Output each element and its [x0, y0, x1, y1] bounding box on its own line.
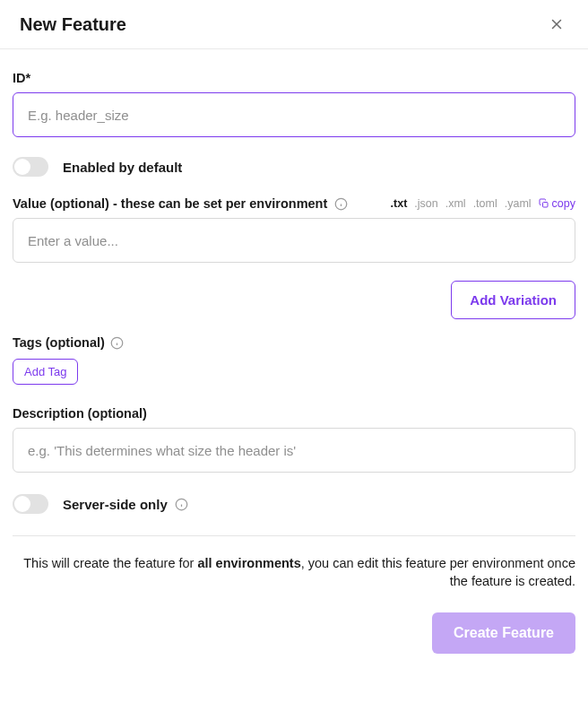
info-icon[interactable]	[110, 336, 124, 350]
footer-note-suffix: , you can edit this feature per environm…	[301, 556, 575, 588]
close-button[interactable]	[545, 13, 568, 36]
add-variation-row: Add Variation	[13, 281, 575, 319]
description-section: Description (optional)	[13, 406, 575, 473]
footer-note-bold: all environments	[197, 556, 300, 570]
format-list: .txt .json .xml .toml .yaml copy	[391, 197, 575, 210]
format-xml[interactable]: .xml	[445, 197, 466, 210]
enabled-toggle-row: Enabled by default	[13, 157, 575, 177]
tags-section: Tags (optional) Add Tag	[13, 335, 575, 385]
format-txt[interactable]: .txt	[391, 197, 408, 210]
id-label: ID*	[13, 71, 575, 85]
id-input[interactable]	[13, 92, 575, 137]
info-icon[interactable]	[334, 197, 348, 211]
format-yaml[interactable]: .yaml	[505, 197, 532, 210]
value-label: Value (optional) - these can be set per …	[13, 196, 348, 211]
enabled-toggle[interactable]	[13, 157, 48, 177]
add-variation-button[interactable]: Add Variation	[451, 281, 575, 319]
value-label-text: Value (optional) - these can be set per …	[13, 196, 327, 211]
server-only-label-text: Server-side only	[63, 497, 168, 512]
modal-title: New Feature	[20, 14, 126, 35]
actions: Create Feature	[13, 612, 575, 654]
create-feature-button[interactable]: Create Feature	[432, 612, 575, 654]
format-json[interactable]: .json	[414, 197, 437, 210]
add-tag-button[interactable]: Add Tag	[13, 359, 78, 385]
description-label: Description (optional)	[13, 406, 575, 421]
copy-label: copy	[552, 197, 575, 210]
footer-note: This will create the feature for all env…	[13, 554, 575, 591]
info-icon[interactable]	[175, 498, 188, 511]
tags-label: Tags (optional)	[13, 335, 575, 350]
divider	[13, 535, 575, 536]
server-only-toggle-row: Server-side only	[13, 494, 575, 514]
close-icon	[549, 16, 565, 32]
server-only-label: Server-side only	[63, 497, 188, 512]
svg-rect-5	[542, 203, 548, 208]
modal-body: ID* Enabled by default Value (optional) …	[0, 49, 588, 672]
copy-button[interactable]: copy	[539, 197, 575, 210]
id-section: ID*	[13, 71, 575, 137]
format-toml[interactable]: .toml	[473, 197, 497, 210]
server-only-toggle[interactable]	[13, 494, 48, 514]
footer-note-prefix: This will create the feature for	[23, 556, 197, 570]
tags-label-text: Tags (optional)	[13, 335, 105, 350]
copy-icon	[539, 198, 549, 209]
enabled-toggle-label: Enabled by default	[63, 160, 182, 175]
value-header-row: Value (optional) - these can be set per …	[13, 196, 575, 211]
modal-header: New Feature	[0, 0, 588, 49]
value-input[interactable]	[13, 218, 575, 263]
description-input[interactable]	[13, 428, 575, 473]
